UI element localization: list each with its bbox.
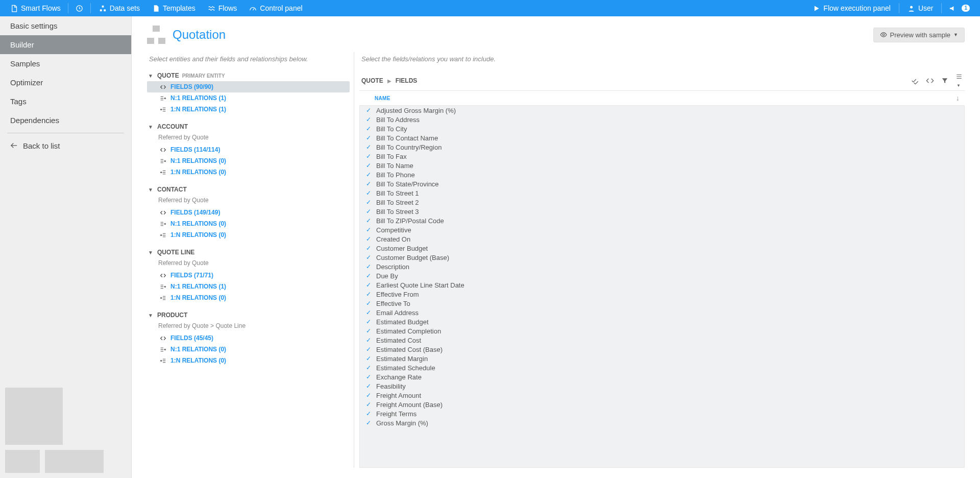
field-tools: ▼ (911, 73, 963, 88)
field-row[interactable]: ✓Description (360, 262, 964, 271)
entity-head[interactable]: ▼PRODUCT (147, 309, 350, 321)
entity-row[interactable]: FIELDS (90/90) (147, 81, 350, 92)
sort-down-icon[interactable]: ↓ (956, 94, 960, 102)
field-row[interactable]: ✓Estimated Margin (360, 354, 964, 363)
entity-sub: Referred by Quote (147, 195, 350, 207)
field-label: Description (376, 263, 409, 271)
field-row[interactable]: ✓Feasibility (360, 381, 964, 391)
field-row[interactable]: ✓Effective To (360, 299, 964, 308)
filter-icon[interactable] (941, 77, 948, 84)
field-row[interactable]: ✓Bill To State/Province (360, 179, 964, 188)
nav-flows[interactable]: Flows (202, 0, 243, 16)
field-row[interactable]: ✓Estimated Cost (Base) (360, 345, 964, 354)
nav-controlpanel[interactable]: Control panel (243, 0, 308, 16)
field-row[interactable]: ✓Bill To Street 1 (360, 188, 964, 198)
entity-row[interactable]: FIELDS (45/45) (147, 332, 350, 344)
topbar-sep (941, 3, 942, 13)
entity-tree[interactable]: ▼QUOTE PRIMARY ENTITYFIELDS (90/90)N:1 R… (147, 70, 354, 468)
field-row[interactable]: ✓Freight Terms (360, 409, 964, 418)
field-row[interactable]: ✓Exchange Rate (360, 372, 964, 381)
entities-column: Select entities and their fields and rel… (147, 52, 354, 468)
list-menu-icon[interactable]: ▼ (955, 73, 963, 88)
field-label: Estimated Cost (376, 337, 421, 344)
code-toggle-icon[interactable] (926, 77, 934, 85)
entity-row[interactable]: 1:N RELATIONS (1) (147, 104, 350, 115)
field-row[interactable]: ✓Bill To City (360, 124, 964, 133)
field-row[interactable]: ✓Estimated Completion (360, 326, 964, 336)
fields-list[interactable]: ✓Adjusted Gross Margin (%)✓Bill To Addre… (359, 106, 965, 468)
entity-row-label: FIELDS (149/149) (170, 209, 220, 216)
field-row[interactable]: ✓Bill To ZIP/Postal Code (360, 216, 964, 225)
field-row[interactable]: ✓Freight Amount (360, 391, 964, 400)
entity-row[interactable]: FIELDS (114/114) (147, 144, 350, 155)
field-label: Due By (376, 272, 398, 280)
field-row[interactable]: ✓Freight Amount (Base) (360, 400, 964, 409)
field-row[interactable]: ✓Bill To Street 3 (360, 207, 964, 216)
entity-head[interactable]: ▼QUOTE PRIMARY ENTITY (147, 70, 350, 81)
sidebar-item-builder[interactable]: Builder (0, 35, 131, 54)
sidebar-item-optimizer[interactable]: Optimizer (0, 73, 131, 92)
field-row[interactable]: ✓Earliest Quote Line Start Date (360, 280, 964, 290)
preview-button-label: Preview with sample (890, 31, 951, 39)
field-row[interactable]: ✓Estimated Budget (360, 317, 964, 326)
entity-row[interactable]: N:1 RELATIONS (0) (147, 218, 350, 229)
sidebar-spacer (0, 155, 131, 383)
select-all-icon[interactable] (911, 77, 919, 85)
field-row[interactable]: ✓Bill To Address (360, 115, 964, 124)
field-row[interactable]: ✓Bill To Name (360, 161, 964, 170)
entity-row-label: 1:N RELATIONS (1) (170, 106, 226, 113)
check-icon: ✓ (365, 171, 372, 178)
field-row[interactable]: ✓Competitive (360, 225, 964, 234)
fields-header[interactable]: NAME ↓ (359, 90, 965, 106)
entity-row[interactable]: N:1 RELATIONS (0) (147, 344, 350, 355)
entity-row-label: N:1 RELATIONS (0) (170, 346, 226, 353)
brand[interactable]: Smart Flows (5, 0, 66, 16)
entity-row-label: N:1 RELATIONS (0) (170, 220, 226, 227)
sidebar-item-basic[interactable]: Basic settings (0, 16, 131, 35)
sidebar-item-tags[interactable]: Tags (0, 92, 131, 111)
sidebar-back[interactable]: Back to list (0, 136, 131, 155)
back-arrow-icon (10, 142, 18, 150)
field-row[interactable]: ✓Bill To Phone (360, 170, 964, 179)
field-row[interactable]: ✓Customer Budget (Base) (360, 253, 964, 262)
field-row[interactable]: ✓Effective From (360, 290, 964, 299)
sidebar-item-dependencies[interactable]: Dependencies (0, 111, 131, 130)
entity-row[interactable]: N:1 RELATIONS (1) (147, 92, 350, 104)
entity-row[interactable]: N:1 RELATIONS (1) (147, 281, 350, 292)
field-row[interactable]: ✓Created On (360, 234, 964, 244)
field-row[interactable]: ✓Estimated Cost (360, 336, 964, 345)
entity-row[interactable]: 1:N RELATIONS (0) (147, 355, 350, 366)
entity-head[interactable]: ▼QUOTE LINE (147, 247, 350, 258)
nav-datasets[interactable]: Data sets (93, 0, 146, 16)
entity-row[interactable]: 1:N RELATIONS (0) (147, 292, 350, 303)
field-row[interactable]: ✓Gross Margin (%) (360, 418, 964, 427)
n1-relation-icon (159, 157, 166, 164)
preview-button[interactable]: Preview with sample ▼ (873, 28, 965, 42)
nav-history[interactable] (70, 0, 88, 16)
field-label: Adjusted Gross Margin (%) (376, 107, 456, 114)
nav-notifications[interactable]: 1 (944, 0, 975, 16)
field-row[interactable]: ✓Bill To Contact Name (360, 133, 964, 142)
nav-flow-exec[interactable]: Flow execution panel (806, 0, 897, 16)
nav-templates[interactable]: Templates (146, 0, 202, 16)
entity-row[interactable]: FIELDS (149/149) (147, 207, 350, 218)
entity-row[interactable]: 1:N RELATIONS (0) (147, 166, 350, 178)
nav-user[interactable]: User (901, 0, 940, 16)
field-row[interactable]: ✓Adjusted Gross Margin (%) (360, 106, 964, 115)
field-row[interactable]: ✓Due By (360, 271, 964, 280)
entity-row[interactable]: 1:N RELATIONS (0) (147, 229, 350, 241)
field-row[interactable]: ✓Bill To Country/Region (360, 142, 964, 152)
field-row[interactable]: ✓Email Address (360, 308, 964, 317)
entity-row[interactable]: FIELDS (71/71) (147, 270, 350, 281)
entity-head[interactable]: ▼CONTACT (147, 184, 350, 195)
sidebar-item-samples[interactable]: Samples (0, 54, 131, 73)
brand-label: Smart Flows (21, 4, 61, 12)
field-label: Bill To State/Province (376, 180, 439, 188)
entity-head[interactable]: ▼ACCOUNT (147, 121, 350, 132)
entity-row[interactable]: N:1 RELATIONS (0) (147, 155, 350, 166)
field-row[interactable]: ✓Estimated Schedule (360, 363, 964, 372)
field-row[interactable]: ✓Bill To Street 2 (360, 198, 964, 207)
breadcrumb-root[interactable]: QUOTE (361, 77, 383, 84)
field-row[interactable]: ✓Bill To Fax (360, 152, 964, 161)
field-row[interactable]: ✓Customer Budget (360, 244, 964, 253)
